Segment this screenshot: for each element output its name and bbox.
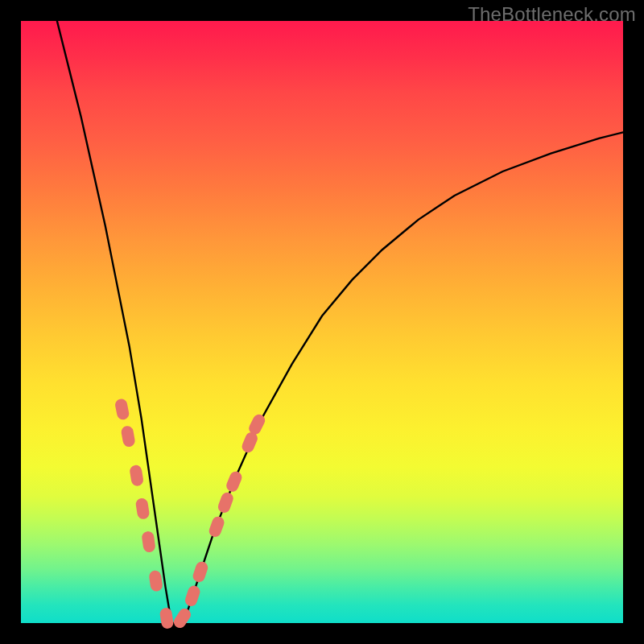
data-marker	[208, 515, 226, 539]
bottleneck-curve	[57, 21, 623, 623]
data-marker	[135, 497, 151, 520]
data-marker	[114, 398, 130, 420]
data-marker	[171, 606, 193, 630]
watermark-text: TheBottleneck.com	[468, 3, 636, 26]
chart-frame: TheBottleneck.com	[0, 0, 644, 644]
data-marker	[120, 425, 135, 448]
data-marker	[159, 607, 175, 630]
data-markers	[114, 398, 267, 630]
data-marker	[184, 584, 201, 608]
plot-area	[21, 21, 623, 623]
data-marker	[129, 464, 144, 487]
data-marker	[148, 570, 163, 592]
data-marker	[192, 560, 209, 584]
data-marker	[217, 491, 235, 515]
data-marker	[225, 469, 244, 493]
curve-svg	[21, 21, 623, 623]
data-marker	[141, 530, 156, 553]
